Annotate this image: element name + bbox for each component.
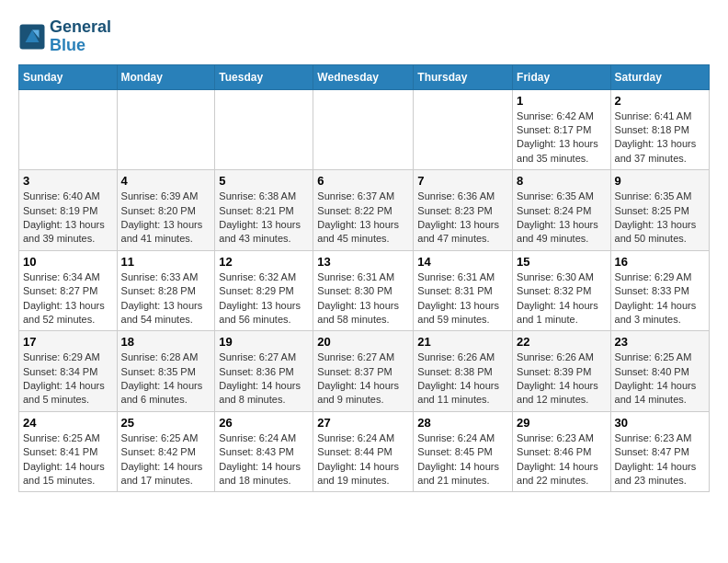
- weekday-header-cell: Friday: [513, 64, 611, 89]
- calendar-week-row: 3Sunrise: 6:40 AM Sunset: 8:19 PM Daylig…: [19, 170, 710, 251]
- calendar-day-cell: 28Sunrise: 6:24 AM Sunset: 8:45 PM Dayli…: [414, 411, 513, 492]
- day-number: 1: [517, 94, 607, 108]
- day-number: 9: [615, 174, 705, 188]
- calendar-day-cell: 6Sunrise: 6:37 AM Sunset: 8:22 PM Daylig…: [313, 170, 414, 251]
- calendar-week-row: 10Sunrise: 6:34 AM Sunset: 8:27 PM Dayli…: [19, 250, 710, 331]
- day-info: Sunrise: 6:23 AM Sunset: 8:47 PM Dayligh…: [615, 431, 705, 488]
- day-info: Sunrise: 6:25 AM Sunset: 8:40 PM Dayligh…: [615, 350, 705, 408]
- calendar-day-cell: 17Sunrise: 6:29 AM Sunset: 8:34 PM Dayli…: [19, 331, 118, 412]
- logo-text: General Blue: [50, 18, 111, 55]
- day-number: 26: [219, 416, 309, 430]
- day-info: Sunrise: 6:36 AM Sunset: 8:23 PM Dayligh…: [417, 190, 508, 247]
- weekday-header-cell: Sunday: [19, 64, 118, 89]
- calendar-day-cell: 8Sunrise: 6:35 AM Sunset: 8:24 PM Daylig…: [513, 170, 611, 251]
- day-info: Sunrise: 6:29 AM Sunset: 8:34 PM Dayligh…: [23, 350, 113, 408]
- calendar-day-cell: 26Sunrise: 6:24 AM Sunset: 8:43 PM Dayli…: [215, 411, 313, 492]
- calendar-day-cell: 14Sunrise: 6:31 AM Sunset: 8:31 PM Dayli…: [414, 250, 513, 331]
- day-number: 20: [317, 335, 409, 349]
- calendar-day-cell: [313, 89, 414, 170]
- day-number: 22: [517, 335, 607, 349]
- calendar-day-cell: 1Sunrise: 6:42 AM Sunset: 8:17 PM Daylig…: [513, 89, 611, 170]
- day-info: Sunrise: 6:26 AM Sunset: 8:39 PM Dayligh…: [517, 350, 607, 408]
- day-info: Sunrise: 6:32 AM Sunset: 8:29 PM Dayligh…: [219, 270, 309, 327]
- calendar-day-cell: 27Sunrise: 6:24 AM Sunset: 8:44 PM Dayli…: [313, 411, 414, 492]
- calendar-day-cell: [117, 89, 215, 170]
- day-number: 25: [121, 416, 211, 430]
- calendar-day-cell: 20Sunrise: 6:27 AM Sunset: 8:37 PM Dayli…: [313, 331, 414, 412]
- day-info: Sunrise: 6:38 AM Sunset: 8:21 PM Dayligh…: [219, 190, 309, 247]
- day-number: 19: [219, 335, 309, 349]
- day-info: Sunrise: 6:34 AM Sunset: 8:27 PM Dayligh…: [23, 270, 113, 327]
- day-info: Sunrise: 6:25 AM Sunset: 8:41 PM Dayligh…: [23, 431, 113, 488]
- day-info: Sunrise: 6:31 AM Sunset: 8:31 PM Dayligh…: [417, 270, 508, 327]
- calendar-day-cell: 29Sunrise: 6:23 AM Sunset: 8:46 PM Dayli…: [513, 411, 611, 492]
- calendar-day-cell: 30Sunrise: 6:23 AM Sunset: 8:47 PM Dayli…: [610, 411, 709, 492]
- calendar-day-cell: 19Sunrise: 6:27 AM Sunset: 8:36 PM Dayli…: [215, 331, 313, 412]
- day-number: 2: [615, 94, 705, 108]
- weekday-header-cell: Thursday: [414, 64, 513, 89]
- day-info: Sunrise: 6:29 AM Sunset: 8:33 PM Dayligh…: [615, 270, 705, 327]
- day-number: 16: [615, 255, 705, 269]
- calendar-day-cell: 5Sunrise: 6:38 AM Sunset: 8:21 PM Daylig…: [215, 170, 313, 251]
- day-info: Sunrise: 6:35 AM Sunset: 8:25 PM Dayligh…: [615, 190, 705, 247]
- weekday-header-cell: Monday: [117, 64, 215, 89]
- calendar-body: 1Sunrise: 6:42 AM Sunset: 8:17 PM Daylig…: [19, 89, 710, 492]
- day-info: Sunrise: 6:41 AM Sunset: 8:18 PM Dayligh…: [615, 109, 705, 167]
- day-info: Sunrise: 6:28 AM Sunset: 8:35 PM Dayligh…: [121, 350, 211, 408]
- day-number: 10: [23, 255, 113, 269]
- calendar-day-cell: 10Sunrise: 6:34 AM Sunset: 8:27 PM Dayli…: [19, 250, 118, 331]
- calendar-day-cell: 21Sunrise: 6:26 AM Sunset: 8:38 PM Dayli…: [414, 331, 513, 412]
- calendar-day-cell: 15Sunrise: 6:30 AM Sunset: 8:32 PM Dayli…: [513, 250, 611, 331]
- day-info: Sunrise: 6:37 AM Sunset: 8:22 PM Dayligh…: [317, 190, 409, 247]
- day-info: Sunrise: 6:23 AM Sunset: 8:46 PM Dayligh…: [517, 431, 607, 488]
- calendar-week-row: 24Sunrise: 6:25 AM Sunset: 8:41 PM Dayli…: [19, 411, 710, 492]
- day-number: 8: [517, 174, 607, 188]
- calendar-day-cell: [19, 89, 118, 170]
- weekday-header-cell: Tuesday: [215, 64, 313, 89]
- day-number: 18: [121, 335, 211, 349]
- calendar-day-cell: [215, 89, 313, 170]
- day-info: Sunrise: 6:27 AM Sunset: 8:37 PM Dayligh…: [317, 350, 409, 408]
- day-info: Sunrise: 6:27 AM Sunset: 8:36 PM Dayligh…: [219, 350, 309, 408]
- calendar-day-cell: 18Sunrise: 6:28 AM Sunset: 8:35 PM Dayli…: [117, 331, 215, 412]
- day-info: Sunrise: 6:42 AM Sunset: 8:17 PM Dayligh…: [517, 109, 607, 167]
- day-info: Sunrise: 6:26 AM Sunset: 8:38 PM Dayligh…: [417, 350, 508, 408]
- day-number: 17: [23, 335, 113, 349]
- calendar-day-cell: 3Sunrise: 6:40 AM Sunset: 8:19 PM Daylig…: [19, 170, 118, 251]
- day-number: 15: [517, 255, 607, 269]
- day-number: 7: [417, 174, 508, 188]
- day-number: 6: [317, 174, 409, 188]
- day-info: Sunrise: 6:24 AM Sunset: 8:45 PM Dayligh…: [417, 431, 508, 488]
- day-number: 23: [615, 335, 705, 349]
- calendar-day-cell: 22Sunrise: 6:26 AM Sunset: 8:39 PM Dayli…: [513, 331, 611, 412]
- day-number: 5: [219, 174, 309, 188]
- calendar-day-cell: 11Sunrise: 6:33 AM Sunset: 8:28 PM Dayli…: [117, 250, 215, 331]
- day-info: Sunrise: 6:40 AM Sunset: 8:19 PM Dayligh…: [23, 190, 113, 247]
- calendar-day-cell: 9Sunrise: 6:35 AM Sunset: 8:25 PM Daylig…: [610, 170, 709, 251]
- calendar-day-cell: 13Sunrise: 6:31 AM Sunset: 8:30 PM Dayli…: [313, 250, 414, 331]
- day-info: Sunrise: 6:33 AM Sunset: 8:28 PM Dayligh…: [121, 270, 211, 327]
- calendar-day-cell: 16Sunrise: 6:29 AM Sunset: 8:33 PM Dayli…: [610, 250, 709, 331]
- calendar-day-cell: 25Sunrise: 6:25 AM Sunset: 8:42 PM Dayli…: [117, 411, 215, 492]
- calendar-week-row: 1Sunrise: 6:42 AM Sunset: 8:17 PM Daylig…: [19, 89, 710, 170]
- day-number: 13: [317, 255, 409, 269]
- day-number: 3: [23, 174, 113, 188]
- day-info: Sunrise: 6:25 AM Sunset: 8:42 PM Dayligh…: [121, 431, 211, 488]
- day-number: 11: [121, 255, 211, 269]
- calendar-day-cell: 24Sunrise: 6:25 AM Sunset: 8:41 PM Dayli…: [19, 411, 118, 492]
- calendar-day-cell: 12Sunrise: 6:32 AM Sunset: 8:29 PM Dayli…: [215, 250, 313, 331]
- day-number: 21: [417, 335, 508, 349]
- calendar-day-cell: 2Sunrise: 6:41 AM Sunset: 8:18 PM Daylig…: [610, 89, 709, 170]
- day-info: Sunrise: 6:35 AM Sunset: 8:24 PM Dayligh…: [517, 190, 607, 247]
- weekday-header-cell: Wednesday: [313, 64, 414, 89]
- day-info: Sunrise: 6:24 AM Sunset: 8:43 PM Dayligh…: [219, 431, 309, 488]
- day-number: 4: [121, 174, 211, 188]
- day-number: 28: [417, 416, 508, 430]
- day-info: Sunrise: 6:39 AM Sunset: 8:20 PM Dayligh…: [121, 190, 211, 247]
- calendar-day-cell: 23Sunrise: 6:25 AM Sunset: 8:40 PM Dayli…: [610, 331, 709, 412]
- logo: General Blue: [18, 18, 111, 55]
- day-number: 12: [219, 255, 309, 269]
- calendar-day-cell: 7Sunrise: 6:36 AM Sunset: 8:23 PM Daylig…: [414, 170, 513, 251]
- page-header: General Blue: [18, 18, 710, 55]
- calendar-table: SundayMondayTuesdayWednesdayThursdayFrid…: [18, 64, 710, 493]
